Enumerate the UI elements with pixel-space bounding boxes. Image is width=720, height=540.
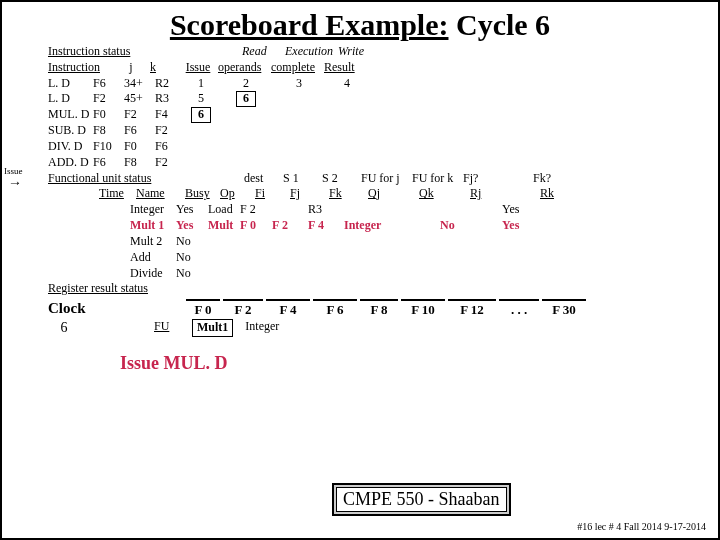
- reg-val-f0: Mult1: [192, 319, 233, 337]
- hdr-read: Read: [242, 44, 282, 60]
- hdr-exec: Execution: [285, 44, 335, 60]
- hdr-j: j: [115, 60, 147, 76]
- ins-row: MUL. D F0 F2 F4 6: [48, 107, 698, 123]
- ins-row: L. D F6 34+ R2 1 2 3 4: [48, 76, 698, 92]
- slide-title: Scoreboard Example: Cycle 6: [2, 2, 718, 44]
- issue-box: 6: [191, 107, 211, 122]
- subfooter: #16 lec # 4 Fall 2014 9-17-2014: [577, 521, 706, 532]
- hdr-k: k: [150, 60, 178, 76]
- hdr-fu-status: Functional unit status: [48, 171, 178, 187]
- hdr-instr-status: Instruction status: [48, 44, 166, 60]
- hdr-result: Result: [324, 60, 364, 76]
- ins-row: DIV. D F10 F0 F6: [48, 139, 698, 155]
- ins-row: SUB. D F8 F6 F2: [48, 123, 698, 139]
- hdr-write: Write: [338, 44, 378, 60]
- hdr-complete: complete: [271, 60, 321, 76]
- clock-row: Clock F 0 F 2 F 4 F 6 F 8 F 10 F 12 . . …: [48, 299, 698, 319]
- content: Instruction status Read Execution Write …: [2, 44, 718, 375]
- fu-row: IntegerYesLoadF 2R3Yes: [48, 202, 698, 218]
- fu-row: Mult 2No: [48, 234, 698, 250]
- ins-row: ADD. D F6 F8 F2: [48, 155, 698, 171]
- fu-row: AddNo: [48, 250, 698, 266]
- hdr-operands: operands: [218, 60, 268, 76]
- read-box: 6: [236, 91, 256, 106]
- footer: CMPE 550 - Shaaban: [332, 483, 511, 516]
- ins-row: L. D F2 45+ R3 5 6: [48, 91, 698, 107]
- action-text: Issue MUL. D: [48, 338, 698, 376]
- fu-row: Mult 1YesMultF 0F 2F 4IntegerNoYes: [48, 218, 698, 234]
- hdr-reg-status: Register result status: [48, 281, 148, 297]
- reg-row: 6 FU Mult1 Integer: [48, 319, 698, 337]
- slide: Scoreboard Example: Cycle 6 Issue → Inst…: [0, 0, 720, 540]
- hdr-instruction: Instruction: [48, 60, 112, 76]
- hdr-issue: Issue: [181, 60, 215, 76]
- fu-row: DivideNo: [48, 266, 698, 282]
